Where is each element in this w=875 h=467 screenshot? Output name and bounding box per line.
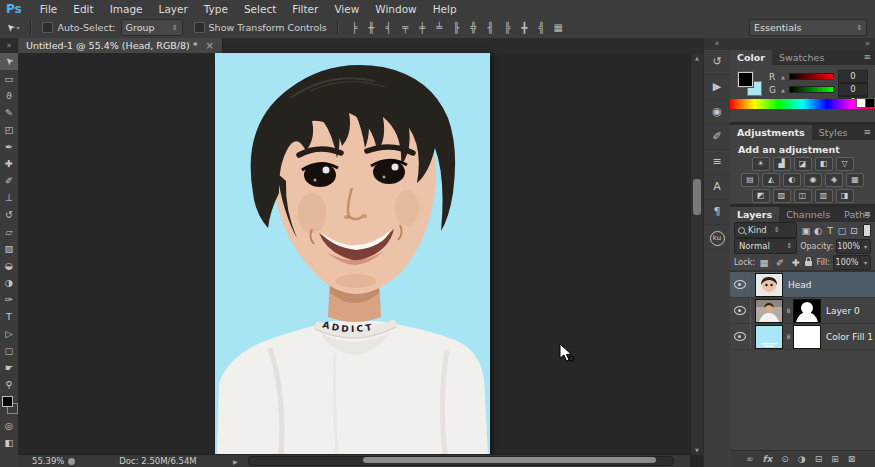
slider-marker-icon[interactable]: ▲ [781,74,785,80]
tool-preset-picker[interactable]: ➤ ▾ [0,22,25,33]
color-balance-icon[interactable]: ◭ [762,173,780,187]
menu-item[interactable]: File [32,3,66,15]
quick-mask-mode-button[interactable]: ◎ [0,417,18,434]
align-top-edges-icon[interactable]: ╤ [399,22,412,33]
opacity-field[interactable]: 100% ▾ [836,239,871,254]
panels-collapse-button[interactable]: » [730,38,875,50]
levels-icon[interactable]: ▟ [773,157,791,171]
dodge-tool[interactable]: ◑ [0,274,18,291]
slider-marker-icon[interactable]: ▲ [781,87,785,93]
horizontal-scrollbar-thumb[interactable] [363,457,656,463]
brightness-contrast-icon[interactable]: ☀ [752,157,770,171]
quick-selection-tool[interactable]: ✎ [0,104,18,121]
align-right-edges-icon[interactable]: ╡ [382,22,395,33]
layer-thumbnail[interactable] [755,299,783,323]
distribute-bottom-edges-icon[interactable]: ╢ [484,22,497,33]
new-group-icon[interactable]: ⊟ [815,454,823,464]
gradient-map-icon[interactable]: ▥ [815,189,833,203]
menu-item[interactable]: Type [196,3,236,15]
pen-tool[interactable]: ✑ [0,291,18,308]
layer-name[interactable]: Layer 0 [826,306,860,316]
exposure-icon[interactable]: ◧ [815,157,833,171]
menu-item[interactable]: Layer [151,3,196,15]
layer-thumbnail[interactable] [755,273,783,297]
color-swatch-widget[interactable] [738,72,764,98]
spot-healing-brush-tool[interactable]: ✚ [0,155,18,172]
tab-adjustments[interactable]: Adjustments [730,125,812,140]
green-value-field[interactable]: 0 [838,83,868,96]
black-white-icon[interactable]: ◐ [783,173,801,187]
layer-mask-thumbnail[interactable] [793,299,821,323]
auto-select-checkbox[interactable]: Auto-Select: [37,22,120,33]
filter-kind-dropdown[interactable]: Kind ⇕ [734,222,797,238]
photo-filter-icon[interactable]: ◉ [804,173,822,187]
filter-pixel-layers-icon[interactable]: ▣ [800,225,812,236]
align-bottom-edges-icon[interactable]: ╧ [433,22,446,33]
toolbar-collapse-icon[interactable]: » [0,38,18,53]
kuler-panel-icon[interactable]: ku [704,225,730,250]
type-tool[interactable]: T [0,308,18,325]
vibrance-icon[interactable]: ▽ [836,157,854,171]
vertical-scrollbar-thumb[interactable] [693,179,701,215]
actions-panel-icon[interactable]: ▶ [704,75,730,100]
screen-mode-button[interactable]: ◧ [0,434,18,451]
invert-icon[interactable]: ◩ [752,189,770,203]
close-icon[interactable]: × [206,38,214,53]
menu-item[interactable]: Window [367,3,424,15]
blur-tool[interactable]: ◒ [0,257,18,274]
menu-item[interactable]: Help [425,3,465,15]
scroll-up-icon[interactable]: ▲ [691,55,703,61]
color-spectrum-ramp[interactable] [730,99,875,109]
distribute-vertical-centers-icon[interactable]: ╬ [467,22,480,33]
new-layer-icon[interactable]: ⊞ [831,454,839,464]
lock-all-icon[interactable] [805,261,812,266]
zoom-tool[interactable]: ⚲ [0,376,18,393]
foreground-color-swatch[interactable] [738,72,753,87]
distribute-right-edges-icon[interactable]: ╣ [535,22,548,33]
link-layers-icon[interactable]: ∞ [746,454,754,464]
eyedropper-tool[interactable]: ✒ [0,138,18,155]
lock-image-pixels-icon[interactable]: ✐ [774,257,786,268]
new-adjustment-layer-icon[interactable]: ◑ [798,454,806,464]
path-selection-tool[interactable]: ▷ [0,325,18,342]
lasso-tool[interactable]: ϑ [0,87,18,104]
visibility-toggle[interactable] [730,324,751,349]
layer-name[interactable]: Color Fill 1 [826,332,873,342]
color-lookup-icon[interactable]: ▦ [846,173,864,187]
properties-panel-icon[interactable]: ≡ [704,150,730,175]
panel-menu-icon[interactable]: ≡ [863,125,871,140]
gradient-tool[interactable]: ▨ [0,240,18,257]
channel-mixer-icon[interactable]: ◈ [825,173,843,187]
delete-layer-icon[interactable]: ⊠ [848,454,856,464]
distribute-horizontal-centers-icon[interactable]: ╋ [518,22,531,33]
menu-item[interactable]: View [326,3,367,15]
red-slider[interactable] [789,73,834,80]
visibility-toggle[interactable] [730,298,751,323]
vertical-scrollbar[interactable]: ▲ ▼ [690,53,703,455]
layer-row-colorfill[interactable]: ∞ Color Fill 1 [730,324,875,350]
document-size-info[interactable]: Doc: 2.50M/6.54M [83,456,233,466]
filter-shape-layers-icon[interactable]: ▢ [836,225,848,236]
filter-toggle-switch[interactable] [863,224,871,237]
selective-color-icon[interactable]: ◨ [836,189,854,203]
panel-menu-icon[interactable]: ≡ [863,207,871,222]
distribute-left-edges-icon[interactable]: ╠ [501,22,514,33]
red-value-field[interactable]: 0 [838,70,868,83]
clone-stamp-tool[interactable]: ⊥ [0,189,18,206]
foreground-color-swatch[interactable] [2,396,13,407]
tab-color[interactable]: Color [730,50,772,65]
hue-saturation-icon[interactable]: ▤ [741,173,759,187]
layer-mask-thumbnail[interactable] [793,325,821,349]
horizontal-scrollbar[interactable] [248,456,674,466]
history-panel-icon[interactable]: ↺ [704,50,730,75]
brush-tool[interactable]: ✐ [0,172,18,189]
layer-style-icon[interactable]: fx [763,454,773,464]
filter-type-layers-icon[interactable]: T [824,225,836,236]
add-layer-mask-icon[interactable]: ⊙ [781,454,789,464]
menu-item[interactable]: Select [236,3,284,15]
lock-transparent-pixels-icon[interactable]: ▦ [758,257,770,268]
tab-channels[interactable]: Channels [779,207,837,222]
threshold-icon[interactable]: ◫ [794,189,812,203]
document-tab[interactable]: Untitled-1 @ 55.4% (Head, RGB/8) * × [18,38,223,53]
menu-item[interactable]: Image [102,3,151,15]
